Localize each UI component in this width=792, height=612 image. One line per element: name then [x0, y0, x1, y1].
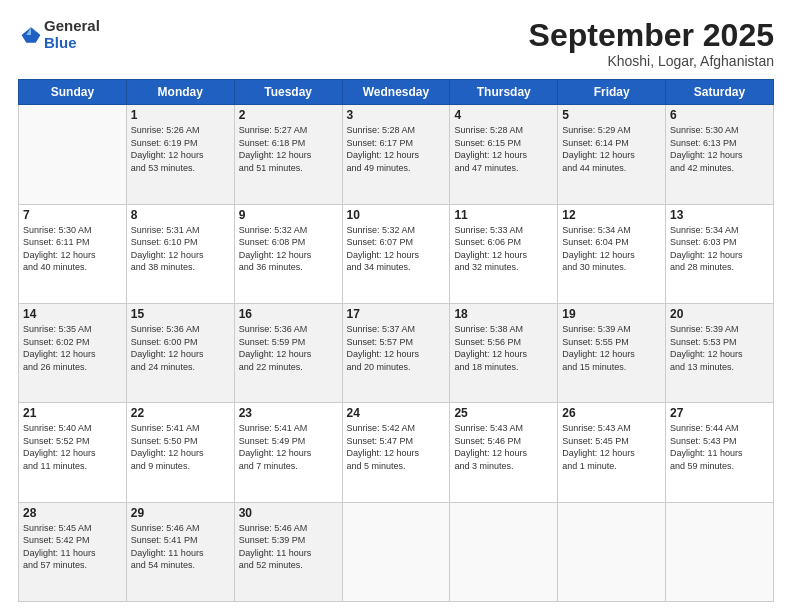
day-number: 27: [670, 406, 769, 420]
day-info: Sunrise: 5:33 AM Sunset: 6:06 PM Dayligh…: [454, 224, 553, 274]
calendar-cell: 26Sunrise: 5:43 AM Sunset: 5:45 PM Dayli…: [558, 403, 666, 502]
day-number: 22: [131, 406, 230, 420]
day-number: 30: [239, 506, 338, 520]
month-title: September 2025: [529, 18, 774, 53]
day-number: 29: [131, 506, 230, 520]
day-number: 24: [347, 406, 446, 420]
day-number: 6: [670, 108, 769, 122]
calendar-cell: 24Sunrise: 5:42 AM Sunset: 5:47 PM Dayli…: [342, 403, 450, 502]
calendar-header-thursday: Thursday: [450, 80, 558, 105]
day-number: 5: [562, 108, 661, 122]
calendar-header-saturday: Saturday: [666, 80, 774, 105]
day-number: 8: [131, 208, 230, 222]
day-info: Sunrise: 5:30 AM Sunset: 6:13 PM Dayligh…: [670, 124, 769, 174]
day-number: 3: [347, 108, 446, 122]
day-number: 7: [23, 208, 122, 222]
calendar-cell: 23Sunrise: 5:41 AM Sunset: 5:49 PM Dayli…: [234, 403, 342, 502]
calendar-week-row: 1Sunrise: 5:26 AM Sunset: 6:19 PM Daylig…: [19, 105, 774, 204]
day-info: Sunrise: 5:44 AM Sunset: 5:43 PM Dayligh…: [670, 422, 769, 472]
day-info: Sunrise: 5:36 AM Sunset: 5:59 PM Dayligh…: [239, 323, 338, 373]
calendar-cell: 4Sunrise: 5:28 AM Sunset: 6:15 PM Daylig…: [450, 105, 558, 204]
day-info: Sunrise: 5:37 AM Sunset: 5:57 PM Dayligh…: [347, 323, 446, 373]
day-info: Sunrise: 5:40 AM Sunset: 5:52 PM Dayligh…: [23, 422, 122, 472]
day-number: 15: [131, 307, 230, 321]
day-info: Sunrise: 5:30 AM Sunset: 6:11 PM Dayligh…: [23, 224, 122, 274]
calendar-cell: 29Sunrise: 5:46 AM Sunset: 5:41 PM Dayli…: [126, 502, 234, 601]
calendar-header-wednesday: Wednesday: [342, 80, 450, 105]
logo-text: General Blue: [44, 18, 100, 51]
day-info: Sunrise: 5:35 AM Sunset: 6:02 PM Dayligh…: [23, 323, 122, 373]
calendar-cell: 13Sunrise: 5:34 AM Sunset: 6:03 PM Dayli…: [666, 204, 774, 303]
day-number: 11: [454, 208, 553, 222]
day-info: Sunrise: 5:32 AM Sunset: 6:08 PM Dayligh…: [239, 224, 338, 274]
day-number: 1: [131, 108, 230, 122]
calendar-cell: 2Sunrise: 5:27 AM Sunset: 6:18 PM Daylig…: [234, 105, 342, 204]
calendar-cell: 6Sunrise: 5:30 AM Sunset: 6:13 PM Daylig…: [666, 105, 774, 204]
calendar-header-tuesday: Tuesday: [234, 80, 342, 105]
day-number: 12: [562, 208, 661, 222]
day-number: 14: [23, 307, 122, 321]
calendar-cell: 15Sunrise: 5:36 AM Sunset: 6:00 PM Dayli…: [126, 303, 234, 402]
calendar-cell: 21Sunrise: 5:40 AM Sunset: 5:52 PM Dayli…: [19, 403, 127, 502]
day-info: Sunrise: 5:34 AM Sunset: 6:04 PM Dayligh…: [562, 224, 661, 274]
day-info: Sunrise: 5:29 AM Sunset: 6:14 PM Dayligh…: [562, 124, 661, 174]
day-number: 4: [454, 108, 553, 122]
calendar-week-row: 14Sunrise: 5:35 AM Sunset: 6:02 PM Dayli…: [19, 303, 774, 402]
day-info: Sunrise: 5:41 AM Sunset: 5:50 PM Dayligh…: [131, 422, 230, 472]
title-block: September 2025 Khoshi, Logar, Afghanista…: [529, 18, 774, 69]
calendar-cell: 20Sunrise: 5:39 AM Sunset: 5:53 PM Dayli…: [666, 303, 774, 402]
day-info: Sunrise: 5:46 AM Sunset: 5:41 PM Dayligh…: [131, 522, 230, 572]
calendar-cell: 11Sunrise: 5:33 AM Sunset: 6:06 PM Dayli…: [450, 204, 558, 303]
calendar-cell: 5Sunrise: 5:29 AM Sunset: 6:14 PM Daylig…: [558, 105, 666, 204]
calendar-cell: 18Sunrise: 5:38 AM Sunset: 5:56 PM Dayli…: [450, 303, 558, 402]
calendar-cell: 7Sunrise: 5:30 AM Sunset: 6:11 PM Daylig…: [19, 204, 127, 303]
calendar-cell: 25Sunrise: 5:43 AM Sunset: 5:46 PM Dayli…: [450, 403, 558, 502]
day-number: 19: [562, 307, 661, 321]
logo: General Blue: [18, 18, 100, 51]
calendar-cell: [450, 502, 558, 601]
day-number: 25: [454, 406, 553, 420]
calendar-cell: 30Sunrise: 5:46 AM Sunset: 5:39 PM Dayli…: [234, 502, 342, 601]
header: General Blue September 2025 Khoshi, Loga…: [18, 18, 774, 69]
day-number: 16: [239, 307, 338, 321]
day-number: 13: [670, 208, 769, 222]
day-number: 18: [454, 307, 553, 321]
day-info: Sunrise: 5:28 AM Sunset: 6:17 PM Dayligh…: [347, 124, 446, 174]
calendar-cell: [342, 502, 450, 601]
day-info: Sunrise: 5:36 AM Sunset: 6:00 PM Dayligh…: [131, 323, 230, 373]
day-info: Sunrise: 5:32 AM Sunset: 6:07 PM Dayligh…: [347, 224, 446, 274]
day-info: Sunrise: 5:46 AM Sunset: 5:39 PM Dayligh…: [239, 522, 338, 572]
day-info: Sunrise: 5:42 AM Sunset: 5:47 PM Dayligh…: [347, 422, 446, 472]
calendar-week-row: 21Sunrise: 5:40 AM Sunset: 5:52 PM Dayli…: [19, 403, 774, 502]
day-number: 2: [239, 108, 338, 122]
day-info: Sunrise: 5:38 AM Sunset: 5:56 PM Dayligh…: [454, 323, 553, 373]
calendar-cell: 28Sunrise: 5:45 AM Sunset: 5:42 PM Dayli…: [19, 502, 127, 601]
day-info: Sunrise: 5:43 AM Sunset: 5:45 PM Dayligh…: [562, 422, 661, 472]
calendar-header-row: SundayMondayTuesdayWednesdayThursdayFrid…: [19, 80, 774, 105]
page: General Blue September 2025 Khoshi, Loga…: [0, 0, 792, 612]
calendar-cell: 16Sunrise: 5:36 AM Sunset: 5:59 PM Dayli…: [234, 303, 342, 402]
day-info: Sunrise: 5:28 AM Sunset: 6:15 PM Dayligh…: [454, 124, 553, 174]
calendar-week-row: 28Sunrise: 5:45 AM Sunset: 5:42 PM Dayli…: [19, 502, 774, 601]
day-number: 9: [239, 208, 338, 222]
day-number: 28: [23, 506, 122, 520]
calendar-cell: 9Sunrise: 5:32 AM Sunset: 6:08 PM Daylig…: [234, 204, 342, 303]
day-info: Sunrise: 5:43 AM Sunset: 5:46 PM Dayligh…: [454, 422, 553, 472]
day-info: Sunrise: 5:45 AM Sunset: 5:42 PM Dayligh…: [23, 522, 122, 572]
day-number: 20: [670, 307, 769, 321]
calendar-cell: 10Sunrise: 5:32 AM Sunset: 6:07 PM Dayli…: [342, 204, 450, 303]
day-info: Sunrise: 5:26 AM Sunset: 6:19 PM Dayligh…: [131, 124, 230, 174]
calendar-cell: 17Sunrise: 5:37 AM Sunset: 5:57 PM Dayli…: [342, 303, 450, 402]
calendar-cell: 27Sunrise: 5:44 AM Sunset: 5:43 PM Dayli…: [666, 403, 774, 502]
day-number: 23: [239, 406, 338, 420]
calendar-cell: [558, 502, 666, 601]
calendar-header-sunday: Sunday: [19, 80, 127, 105]
calendar-header-friday: Friday: [558, 80, 666, 105]
day-info: Sunrise: 5:27 AM Sunset: 6:18 PM Dayligh…: [239, 124, 338, 174]
calendar-week-row: 7Sunrise: 5:30 AM Sunset: 6:11 PM Daylig…: [19, 204, 774, 303]
day-info: Sunrise: 5:39 AM Sunset: 5:55 PM Dayligh…: [562, 323, 661, 373]
day-info: Sunrise: 5:39 AM Sunset: 5:53 PM Dayligh…: [670, 323, 769, 373]
calendar-header-monday: Monday: [126, 80, 234, 105]
day-number: 26: [562, 406, 661, 420]
calendar-cell: 12Sunrise: 5:34 AM Sunset: 6:04 PM Dayli…: [558, 204, 666, 303]
